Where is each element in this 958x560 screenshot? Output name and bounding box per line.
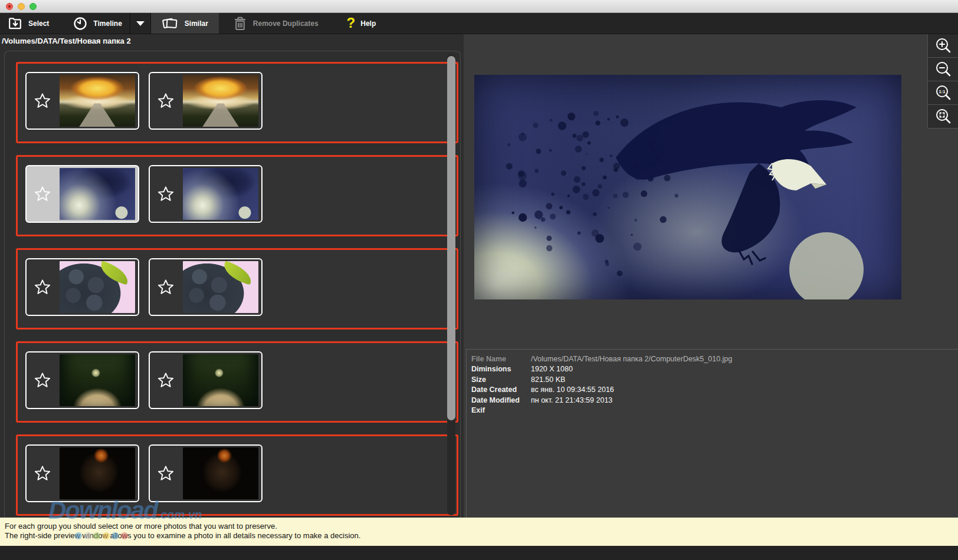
duplicate-group xyxy=(16,248,458,330)
photo-thumbnail[interactable] xyxy=(183,261,258,313)
scrollbar-thumb[interactable] xyxy=(447,56,455,420)
remove-duplicates-button[interactable]: Remove Duplicates xyxy=(225,13,326,34)
metadata-label: File Name xyxy=(471,354,531,364)
metadata-label: Date Modified xyxy=(471,396,531,406)
help-button[interactable]: ? Help xyxy=(339,13,384,34)
timeline-button-label: Timeline xyxy=(93,19,122,28)
select-button[interactable]: Select xyxy=(0,13,57,34)
metadata-row: File Name /Volumes/DATA/Test/Новая папка… xyxy=(471,354,958,364)
preview-panel: 1:1 File Name /Volumes/DATA/Test/Новая п… xyxy=(464,34,958,518)
photo-thumbnail[interactable] xyxy=(183,447,258,499)
duplicate-photo-card[interactable] xyxy=(149,72,263,130)
zoom-window-button[interactable] xyxy=(29,3,37,10)
photo-thumbnail[interactable] xyxy=(60,75,135,127)
chevron-down-icon xyxy=(136,18,145,29)
duplicate-photo-card[interactable] xyxy=(149,444,263,502)
preview-area: 1:1 xyxy=(464,34,958,349)
zoom-out-button[interactable] xyxy=(928,58,958,81)
metadata-value: 821.50 KB xyxy=(531,375,565,385)
duplicate-group xyxy=(16,155,458,236)
metadata-row: Diminsions 1920 X 1080 xyxy=(471,364,958,374)
star-icon[interactable] xyxy=(157,371,175,389)
duplicate-photo-card[interactable] xyxy=(149,351,263,409)
duplicate-group xyxy=(16,434,458,516)
duplicate-group-list xyxy=(5,51,460,516)
duplicate-photo-card[interactable] xyxy=(25,351,139,409)
trash-icon xyxy=(232,15,248,32)
photo-thumbnail[interactable] xyxy=(183,354,258,406)
preview-image-eagle xyxy=(474,75,901,299)
help-line-2: The right-side preview window allows you… xyxy=(5,531,958,541)
duplicate-group xyxy=(16,341,458,423)
select-tray-icon xyxy=(8,17,23,31)
star-icon[interactable] xyxy=(157,92,175,110)
metadata-label: Exif xyxy=(471,406,531,416)
fit-to-window-button[interactable] xyxy=(928,105,958,129)
metadata-row: Exif xyxy=(471,406,958,416)
group-scroll-area xyxy=(4,51,461,518)
duplicate-photo-card[interactable] xyxy=(25,165,139,223)
star-icon[interactable] xyxy=(34,278,51,296)
duplicate-photo-card[interactable] xyxy=(149,258,263,316)
duplicate-photo-card[interactable] xyxy=(149,165,263,223)
minimize-button[interactable] xyxy=(18,3,25,10)
timeline-button[interactable]: Timeline xyxy=(65,13,129,34)
metadata-value: 1920 X 1080 xyxy=(531,364,573,374)
actual-size-button[interactable]: 1:1 xyxy=(928,81,958,105)
photo-thumbnail[interactable] xyxy=(60,354,135,406)
zoom-toolbar: 1:1 xyxy=(927,34,958,129)
zoom-in-button[interactable] xyxy=(928,34,958,58)
duplicate-group xyxy=(16,62,458,143)
footer-bar xyxy=(0,546,958,560)
photo-thumbnail[interactable] xyxy=(60,447,135,499)
star-icon[interactable] xyxy=(34,92,51,110)
star-icon[interactable] xyxy=(34,371,51,389)
photo-thumbnail[interactable] xyxy=(60,168,135,220)
star-icon[interactable] xyxy=(157,465,175,482)
metadata-row: Date Modified пн окт. 21 21:43:59 2013 xyxy=(471,396,958,406)
star-icon[interactable] xyxy=(34,185,51,203)
metadata-value: /Volumes/DATA/Test/Новая папка 2/Compute… xyxy=(531,354,732,364)
help-button-label: Help xyxy=(360,19,376,28)
help-bar: For each group you should select one or … xyxy=(0,518,958,546)
duplicates-panel: /Volumes/DATA/Test/Новая папка 2 xyxy=(0,34,464,518)
duplicate-photo-card[interactable] xyxy=(25,444,139,502)
metadata-row: Date Created вс янв. 10 09:34:55 2016 xyxy=(471,385,958,395)
main-content: /Volumes/DATA/Test/Новая папка 2 xyxy=(0,34,958,518)
photo-thumbnail[interactable] xyxy=(183,168,258,220)
eagle-artwork xyxy=(474,75,901,299)
photos-stack-icon xyxy=(162,16,179,31)
photo-thumbnail[interactable] xyxy=(60,261,135,313)
metadata-value: вс янв. 10 09:34:55 2016 xyxy=(531,385,614,395)
star-icon[interactable] xyxy=(34,465,51,482)
timeline-dropdown-button[interactable] xyxy=(130,13,150,34)
metadata-label: Date Created xyxy=(471,385,531,395)
svg-text:1:1: 1:1 xyxy=(939,88,945,94)
metadata-table: File Name /Volumes/DATA/Test/Новая папка… xyxy=(471,354,958,416)
metadata-panel: File Name /Volumes/DATA/Test/Новая папка… xyxy=(466,349,958,518)
similar-tab-label: Similar xyxy=(185,19,208,28)
metadata-value: пн окт. 21 21:43:59 2013 xyxy=(531,396,612,406)
star-icon[interactable] xyxy=(157,185,175,203)
duplicate-photo-card[interactable] xyxy=(25,72,139,130)
remove-duplicates-label: Remove Duplicates xyxy=(253,19,319,28)
similar-tab[interactable]: Similar xyxy=(151,13,219,34)
duplicate-photo-card[interactable] xyxy=(25,258,139,316)
close-button[interactable] xyxy=(6,3,13,10)
star-icon[interactable] xyxy=(157,278,175,296)
metadata-label: Diminsions xyxy=(471,364,531,374)
help-question-icon: ? xyxy=(347,16,356,30)
clock-icon xyxy=(73,16,88,31)
breadcrumb: /Volumes/DATA/Test/Новая папка 2 xyxy=(0,34,464,50)
metadata-row: Size 821.50 KB xyxy=(471,375,958,385)
window-titlebar xyxy=(0,0,958,13)
toolbar: Select Timeline Similar xyxy=(0,13,958,34)
photo-thumbnail[interactable] xyxy=(183,75,258,127)
help-line-1: For each group you should select one or … xyxy=(5,522,958,531)
select-button-label: Select xyxy=(28,19,49,28)
metadata-label: Size xyxy=(471,375,531,385)
